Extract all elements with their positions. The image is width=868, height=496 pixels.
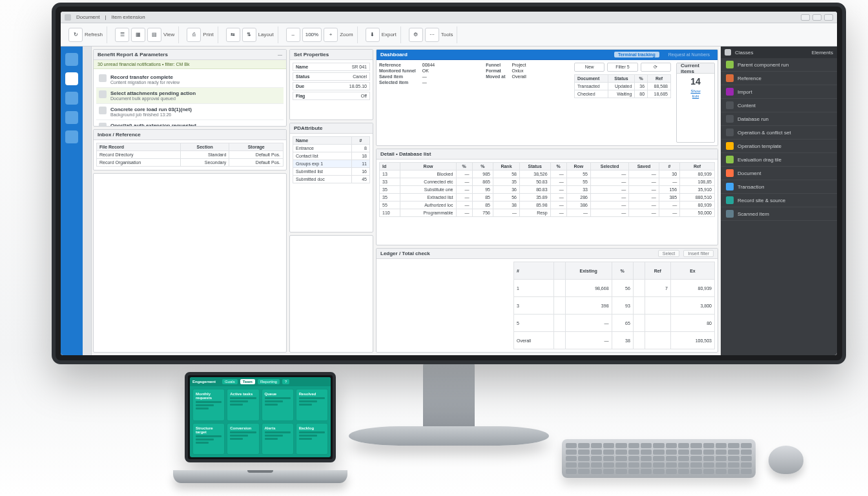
explorer-item[interactable]: Operation template: [721, 140, 837, 153]
mini-link[interactable]: Edit: [679, 94, 712, 98]
col-header[interactable]: #: [659, 163, 679, 170]
table-row[interactable]: 110Programmable—756—Resp—————50,000: [380, 209, 715, 217]
col-header[interactable]: File Record: [97, 143, 181, 151]
col-header[interactable]: Ref: [680, 163, 715, 170]
col-header[interactable]: Existing: [565, 262, 612, 280]
explorer-item[interactable]: Reference: [721, 72, 837, 85]
prop-row[interactable]: Due18.05.10: [293, 82, 370, 90]
table-row[interactable]: CheckedWaiting8018,685: [575, 90, 671, 98]
col-header[interactable]: Status: [608, 75, 635, 83]
explorer-item[interactable]: Database run: [721, 112, 837, 126]
explorer-item[interactable]: Scanned item: [721, 207, 837, 221]
data-table[interactable]: IdRow%%RankStatus%RowSelectedSaved#Ref13…: [379, 162, 715, 217]
col-header[interactable]: Storage: [229, 143, 284, 151]
nav-rail-user-icon[interactable]: [65, 92, 78, 105]
table-row[interactable]: Entrance8: [293, 145, 370, 152]
laptop-tab[interactable]: Team: [240, 379, 255, 384]
folder-table[interactable]: File RecordSectionStorageRecord Director…: [96, 143, 284, 167]
explorer-item[interactable]: Import: [721, 85, 837, 99]
col-header[interactable]: Row: [400, 163, 456, 170]
blank-editor[interactable]: [93, 173, 287, 353]
col-header[interactable]: Document: [575, 75, 608, 83]
col-header[interactable]: Saved: [629, 163, 659, 170]
dashboard-card[interactable]: Structure target: [192, 423, 225, 455]
dashboard-card[interactable]: Monthly requests: [192, 389, 225, 421]
table-row[interactable]: Overall—38100,503: [514, 332, 715, 349]
dashboard-card[interactable]: Alerts: [262, 423, 294, 455]
close-button[interactable]: [824, 14, 833, 21]
attribute-table[interactable]: Name#Entrance8Contact list18Groups exp 1…: [293, 136, 370, 183]
ribbon-button[interactable]: 100%: [302, 28, 322, 42]
ribbon-button[interactable]: +: [324, 28, 338, 42]
table-row[interactable]: 198,66856780,939: [514, 280, 715, 297]
secondary-button[interactable]: Select: [658, 250, 679, 257]
laptop-tab[interactable]: ?: [282, 379, 289, 384]
table-row[interactable]: Submitted doc45: [293, 176, 370, 183]
ribbon-button[interactable]: ⎙: [187, 28, 201, 42]
action-button[interactable]: ⟳: [641, 63, 671, 72]
table-row[interactable]: 35Extracted list—855635.89—286——385880,5…: [380, 194, 715, 202]
explorer-item[interactable]: Document: [721, 167, 837, 180]
ribbon-button[interactable]: ⇅: [242, 28, 256, 42]
ribbon-button[interactable]: –: [286, 28, 300, 42]
table-row[interactable]: TransactedUpdated3688,588: [575, 83, 671, 90]
ribbon-button[interactable]: ▦: [131, 28, 145, 42]
col-header[interactable]: Selected: [591, 163, 629, 170]
ribbon-button[interactable]: ⚙: [409, 28, 423, 42]
explorer-item[interactable]: Content: [721, 99, 837, 112]
ribbon-button[interactable]: ☰: [115, 28, 129, 42]
prop-row[interactable]: StatusCancel: [293, 72, 370, 81]
col-header[interactable]: [633, 262, 645, 280]
mini-link[interactable]: Show: [679, 89, 712, 93]
minimize-button[interactable]: [801, 14, 810, 21]
col-header[interactable]: [553, 262, 565, 280]
col-header[interactable]: %: [612, 262, 633, 280]
ribbon-button[interactable]: ⇆: [226, 28, 240, 42]
col-header[interactable]: Ref: [645, 262, 670, 280]
col-header[interactable]: Ref: [648, 75, 671, 83]
message-row[interactable]: Opor(tal) auth extension requestedRequir…: [96, 120, 284, 126]
dashboard-card[interactable]: Backlog: [296, 423, 328, 455]
col-header[interactable]: %: [456, 163, 472, 170]
col-header[interactable]: Section: [180, 143, 229, 151]
explorer-item[interactable]: Operation & conflict set: [721, 126, 837, 140]
prop-row[interactable]: NameSR 041: [293, 63, 370, 71]
col-header[interactable]: Row: [566, 163, 590, 170]
col-header[interactable]: Ex: [670, 262, 714, 280]
table-row[interactable]: 5—6580: [514, 315, 715, 332]
table-row[interactable]: 55Authorized loc—853885.98—386———80,939: [380, 202, 715, 209]
explorer-item[interactable]: Parent component run: [721, 58, 837, 72]
ribbon-button[interactable]: ⬇: [366, 28, 380, 42]
table-row[interactable]: Submitted list16: [293, 168, 370, 176]
dashboard-card[interactable]: Active tasks: [227, 389, 259, 421]
detail-tab[interactable]: Terminal tracking: [614, 52, 659, 57]
col-header[interactable]: Name: [293, 137, 352, 145]
table-row[interactable]: 33Connected etc—8653550.83—55———108,85: [380, 178, 715, 186]
table-row[interactable]: 3398933,800: [514, 297, 715, 315]
col-header[interactable]: #: [514, 262, 554, 280]
prop-row[interactable]: FlagOff: [293, 92, 370, 100]
laptop-tab[interactable]: Goals: [222, 379, 238, 384]
explorer-item[interactable]: Evaluation drag tile: [721, 153, 837, 167]
col-header[interactable]: #: [351, 137, 369, 145]
table-row[interactable]: Contact list18: [293, 152, 370, 160]
detail-tab[interactable]: Request at Numbers: [665, 52, 714, 57]
col-header[interactable]: Id: [380, 163, 400, 170]
action-button[interactable]: Filter 5: [607, 63, 637, 72]
laptop-tab[interactable]: Reporting: [258, 379, 280, 384]
col-header[interactable]: Rank: [493, 163, 520, 170]
table-row[interactable]: Record DirectoryStandardDefault Pos.: [97, 151, 284, 159]
system-menu-icon[interactable]: [65, 14, 71, 21]
totals-table[interactable]: DocumentStatus%RefTransactedUpdated3688,…: [574, 74, 671, 98]
nav-rail-chart-icon[interactable]: [65, 111, 78, 124]
ribbon-button[interactable]: ▤: [147, 28, 161, 42]
dashboard-card[interactable]: Resolved: [296, 389, 328, 421]
col-header[interactable]: Status: [519, 163, 550, 170]
dashboard-card[interactable]: Queue: [262, 389, 294, 421]
message-row[interactable]: Select attachments pending actionDocumen…: [96, 88, 284, 104]
action-button[interactable]: New: [574, 63, 604, 72]
col-header[interactable]: %: [635, 75, 648, 83]
col-header[interactable]: %: [472, 163, 493, 170]
table-row[interactable]: Record OrganisationSecondaryDefault Pos.: [97, 159, 284, 167]
nav-rail-cog-icon[interactable]: [65, 130, 78, 143]
